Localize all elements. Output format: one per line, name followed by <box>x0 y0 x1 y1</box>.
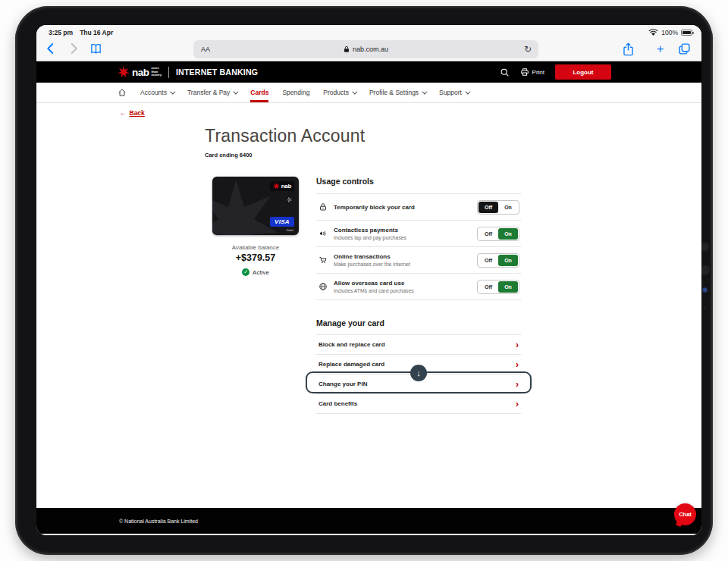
control-row-contactless: Contactless payments Includes tap and pa… <box>316 220 521 246</box>
down-arrow-icon: ↓ <box>416 368 421 378</box>
print-button[interactable]: Print <box>520 67 544 77</box>
browser-forward-button[interactable] <box>67 42 80 55</box>
bookmarks-icon[interactable] <box>89 42 102 55</box>
search-icon[interactable] <box>500 67 510 77</box>
home-icon <box>118 88 127 97</box>
nav-home[interactable] <box>118 83 127 102</box>
reader-mode-button[interactable]: AA <box>201 45 210 53</box>
chat-button[interactable]: Chat <box>674 503 696 525</box>
contactless-icon <box>318 229 328 238</box>
lock-icon <box>318 202 328 212</box>
nav-label: Transfer & Pay <box>187 89 230 96</box>
battery-icon <box>681 30 692 36</box>
main-navigation: Accounts Transfer & Pay Cards Spending P… <box>36 83 701 103</box>
nav-item-support[interactable]: Support <box>439 83 469 102</box>
logout-button[interactable]: Logout <box>555 64 611 80</box>
toggle-block-card[interactable]: Off On <box>477 200 519 215</box>
toggle-on-label[interactable]: On <box>498 202 518 213</box>
toggle-contactless[interactable]: Off On <box>477 227 519 241</box>
manage-card-section: Manage your card Block and replace card … <box>316 318 521 414</box>
reload-button[interactable]: ↻ <box>524 45 532 54</box>
tabs-icon[interactable] <box>678 42 691 55</box>
nav-label: Spending <box>282 89 309 96</box>
status-bar: 3:25 pm Thu 16 Apr 100% <box>36 25 701 37</box>
browser-back-button[interactable] <box>44 42 58 55</box>
back-link[interactable]: ← Back <box>120 109 145 117</box>
chevron-right-icon: › <box>516 400 519 409</box>
toggle-on-label[interactable]: On <box>498 281 518 293</box>
toggle-off-label[interactable]: Off <box>479 255 498 266</box>
printer-icon <box>520 67 529 77</box>
control-sublabel: Includes ATMs and card purchases <box>334 288 414 293</box>
control-label: Allow overseas card use <box>334 280 414 287</box>
nav-item-accounts[interactable]: Accounts <box>140 83 174 102</box>
nab-logo[interactable]: nab more than money INTERNET BANKING <box>118 66 265 78</box>
control-label: Contactless payments <box>334 227 406 233</box>
copyright-text: © National Australia Bank Limited <box>119 519 198 524</box>
camera-glint <box>703 288 707 292</box>
page-title: Transaction Account <box>205 126 365 146</box>
usage-controls-heading: Usage controls <box>316 177 521 186</box>
url-text: nab.com.au <box>353 45 388 53</box>
nav-item-profile-settings[interactable]: Profile & Settings <box>369 83 425 102</box>
manage-item-block-replace[interactable]: Block and replace card › <box>316 334 521 354</box>
address-bar[interactable]: AA nab.com.au ↻ <box>193 40 538 58</box>
print-label: Print <box>532 69 544 76</box>
nav-label: Products <box>323 89 349 96</box>
toggle-overseas[interactable]: Off On <box>477 280 519 294</box>
balance-label: Available balance <box>212 244 299 251</box>
nav-item-cards[interactable]: Cards <box>250 83 268 102</box>
globe-icon <box>318 282 328 291</box>
card-type-text: Debit <box>287 228 293 232</box>
manage-item-label: Card benefits <box>318 400 357 407</box>
nab-star-icon <box>118 66 130 78</box>
logo-divider <box>168 67 169 78</box>
brand-tagline: more than money <box>152 67 162 77</box>
browser-toolbar: AA nab.com.au ↻ + <box>36 37 701 61</box>
nab-star-icon <box>273 183 280 190</box>
cart-icon <box>318 255 328 265</box>
nav-label: Profile & Settings <box>369 89 419 96</box>
card-summary: nab VISA Debit Available balance +$379.5… <box>212 177 299 277</box>
toggle-on-label[interactable]: On <box>498 228 518 240</box>
toggle-off-label[interactable]: Off <box>479 281 498 293</box>
brand-name: nab <box>132 67 149 78</box>
bank-card-image: nab VISA Debit <box>212 177 299 235</box>
chevron-right-icon: › <box>516 380 519 389</box>
back-label: Back <box>130 109 145 117</box>
check-icon: ✓ <box>242 268 249 276</box>
chevron-down-icon <box>170 89 175 94</box>
nav-label: Accounts <box>140 89 167 96</box>
new-tab-icon[interactable]: + <box>657 43 664 55</box>
toggle-online[interactable]: Off On <box>477 253 519 268</box>
toggle-off-label[interactable]: Off <box>479 228 498 240</box>
nav-item-products[interactable]: Products <box>323 83 356 102</box>
control-sublabel: Make purchases over the internet <box>334 262 410 267</box>
manage-item-card-benefits[interactable]: Card benefits › <box>316 393 521 413</box>
nab-header: nab more than money INTERNET BANKING <box>36 61 701 83</box>
wifi-icon <box>648 29 658 36</box>
page-footer: © National Australia Bank Limited <box>36 508 701 534</box>
toggle-on-label[interactable]: On <box>498 255 518 266</box>
battery-percent: 100% <box>661 29 678 36</box>
contactless-icon <box>286 196 293 203</box>
nav-item-spending[interactable]: Spending <box>282 83 309 102</box>
chevron-down-icon <box>422 89 427 94</box>
toggle-off-label[interactable]: Off <box>479 202 498 213</box>
control-row-online: Online transactions Make purchases over … <box>316 246 521 273</box>
nav-item-transfer-pay[interactable]: Transfer & Pay <box>187 83 237 102</box>
status-date: Thu 16 Apr <box>80 29 113 36</box>
chevron-down-icon <box>352 89 357 94</box>
card-nab-logo: nab <box>270 181 294 191</box>
visa-logo: VISA <box>270 217 294 227</box>
manage-item-label: Change your PIN <box>318 381 367 387</box>
share-icon[interactable] <box>622 42 635 56</box>
balance-amount: +$379.57 <box>212 252 299 263</box>
manage-item-label: Block and replace card <box>318 341 385 348</box>
nav-label: Support <box>439 89 462 96</box>
usage-controls-section: Usage controls Temporarily block your ca… <box>316 177 521 300</box>
control-row-overseas: Allow overseas card use Includes ATMs an… <box>316 273 521 299</box>
card-status-badge: ✓ Active <box>242 268 269 276</box>
page-content: ← Back Transaction Account Card ending 6… <box>36 103 701 508</box>
screen: 3:25 pm Thu 16 Apr 100% <box>36 25 701 535</box>
